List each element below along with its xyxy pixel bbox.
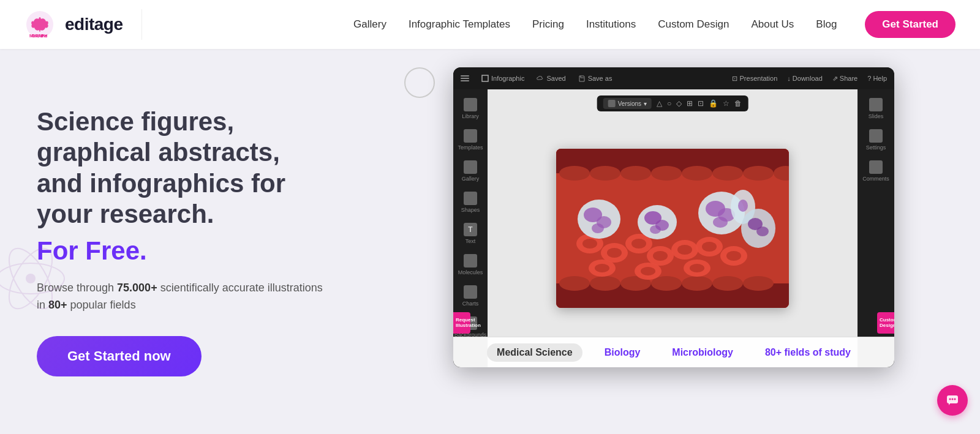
toolbar-presentation[interactable]: ⊡ Presentation xyxy=(732,75,777,83)
tool-circle[interactable]: ○ xyxy=(667,99,671,108)
hero-title-line2: graphical abstracts, xyxy=(37,138,280,166)
request-illustration-btn[interactable]: Request Illustration xyxy=(453,312,470,334)
nav-blog[interactable]: Blog xyxy=(816,18,837,31)
svg-point-22 xyxy=(651,276,682,291)
shapes-icon xyxy=(464,192,477,205)
app-body: Library Templates Gallery Shapes xyxy=(453,89,894,367)
right-sidebar-slides[interactable]: Slides xyxy=(861,94,891,123)
tool-diamond[interactable]: ◇ xyxy=(676,99,682,108)
hero-title: Science figures, graphical abstracts, an… xyxy=(37,107,331,230)
svg-point-41 xyxy=(595,264,609,272)
gallery-icon xyxy=(464,160,477,174)
tool-crop[interactable]: ⊡ xyxy=(698,99,704,108)
nav-pricing[interactable]: Pricing xyxy=(532,18,564,31)
sidebar-gallery[interactable]: Gallery xyxy=(456,157,485,185)
sidebar-templates-label: Templates xyxy=(458,144,483,151)
hero-preview: Infographic Saved Save as ⊡ Presentation… xyxy=(368,49,980,434)
app-canvas[interactable]: Versions ▾ △ ○ ◇ ⊞ ⊡ 🔒 ☆ 🗑 xyxy=(488,89,858,367)
chat-bubble-button[interactable] xyxy=(937,385,968,416)
svg-point-49 xyxy=(592,223,604,233)
versions-chevron: ▾ xyxy=(644,100,647,107)
sidebar-charts[interactable]: Charts xyxy=(456,282,485,310)
svg-point-64 xyxy=(949,398,951,400)
category-tabs: Medical Science Biology Microbiology 80+… xyxy=(453,337,894,367)
logo-area: Mind the GRAPH editage xyxy=(24,9,142,40)
tool-layers[interactable]: ⊞ xyxy=(687,99,693,108)
toolbar-download[interactable]: ↓ Download xyxy=(787,75,822,82)
nav-about-us[interactable]: About Us xyxy=(751,18,794,31)
tool-lock[interactable]: 🔒 xyxy=(709,99,718,108)
nav-gallery[interactable]: Gallery xyxy=(353,18,386,31)
svg-rect-7 xyxy=(482,75,488,81)
sidebar-library[interactable]: Library xyxy=(456,94,485,123)
sidebar-molecules-label: Molecules xyxy=(458,269,483,275)
svg-point-15 xyxy=(682,166,712,181)
subtitle-bold1: 75.000+ xyxy=(117,282,157,294)
sidebar-molecules[interactable]: Molecules xyxy=(456,250,485,279)
svg-point-20 xyxy=(590,276,620,291)
header: Mind the GRAPH editage Gallery Infograph… xyxy=(0,0,980,49)
tool-delete[interactable]: 🗑 xyxy=(734,99,742,108)
sidebar-shapes[interactable]: Shapes xyxy=(456,188,485,217)
svg-point-17 xyxy=(743,166,774,181)
toolbar-save-cloud[interactable]: Saved xyxy=(537,75,565,82)
tool-triangle[interactable]: △ xyxy=(657,99,662,108)
slides-label: Slides xyxy=(869,113,884,119)
versions-pill[interactable]: Versions ▾ xyxy=(603,98,652,109)
svg-point-39 xyxy=(726,251,741,261)
main-content: Science figures, graphical abstracts, an… xyxy=(0,49,980,434)
svg-point-37 xyxy=(702,242,717,252)
hero-subtitle: Browse through 75.000+ scientifically ac… xyxy=(37,279,331,315)
app-mockup: Infographic Saved Save as ⊡ Presentation… xyxy=(453,67,894,367)
toolbar-infographic[interactable]: Infographic xyxy=(481,75,524,82)
svg-point-19 xyxy=(559,276,590,291)
header-get-started-button[interactable]: Get Started xyxy=(865,11,956,38)
svg-point-23 xyxy=(682,276,712,291)
settings-icon xyxy=(869,129,883,143)
comments-icon xyxy=(869,160,883,174)
svg-text:GRAPH: GRAPH xyxy=(32,34,47,38)
cat-biology[interactable]: Biology xyxy=(595,343,650,362)
main-nav: Gallery Infographic Templates Pricing In… xyxy=(353,11,956,38)
request-custom-design-btn[interactable]: Custom Design xyxy=(877,312,894,334)
toolbar-help[interactable]: ? Help xyxy=(867,75,887,82)
sidebar-text-label: Text xyxy=(466,238,476,244)
hero-cta-button[interactable]: Get Started now xyxy=(37,336,202,376)
svg-point-6 xyxy=(26,274,36,283)
svg-point-33 xyxy=(653,251,668,261)
molecules-icon xyxy=(464,254,477,268)
toolbar-save-as[interactable]: Save as xyxy=(578,75,612,82)
toolbar-share[interactable]: ⇗ Share xyxy=(832,75,858,83)
nav-custom-design[interactable]: Custom Design xyxy=(658,18,729,31)
text-icon: T xyxy=(464,223,477,236)
logo-icon: Mind the GRAPH xyxy=(24,9,55,40)
svg-point-43 xyxy=(641,267,655,275)
cat-microbiology[interactable]: Microbiology xyxy=(662,343,743,362)
cat-80-fields[interactable]: 80+ fields of study xyxy=(755,343,861,362)
svg-point-65 xyxy=(952,398,954,400)
svg-point-14 xyxy=(651,166,682,181)
sidebar-text[interactable]: T Text xyxy=(456,219,485,248)
tool-star[interactable]: ☆ xyxy=(723,99,729,108)
app-toolbar: Infographic Saved Save as ⊡ Presentation… xyxy=(453,67,894,89)
chat-icon xyxy=(946,394,959,407)
hero-title-free: For Free. xyxy=(37,236,331,266)
charts-icon xyxy=(464,285,477,299)
nav-institutions[interactable]: Institutions xyxy=(586,18,636,31)
cat-medical-science[interactable]: Medical Science xyxy=(487,343,582,362)
right-sidebar-settings[interactable]: Settings xyxy=(861,125,891,154)
right-sidebar-comments[interactable]: Comments xyxy=(861,157,891,185)
cells-svg xyxy=(556,149,789,308)
hamburger-icon[interactable] xyxy=(461,75,469,81)
versions-label: Versions xyxy=(618,100,641,107)
svg-point-45 xyxy=(690,264,704,272)
nav-infographic-templates[interactable]: Infographic Templates xyxy=(409,18,510,31)
hero-title-line1: Science figures, xyxy=(37,107,234,136)
versions-icon xyxy=(608,100,616,107)
sidebar-templates[interactable]: Templates xyxy=(456,125,485,154)
slides-icon xyxy=(869,98,883,111)
svg-point-35 xyxy=(677,245,692,255)
deco-circle xyxy=(404,67,435,98)
svg-point-24 xyxy=(712,276,743,291)
svg-point-16 xyxy=(712,166,743,181)
